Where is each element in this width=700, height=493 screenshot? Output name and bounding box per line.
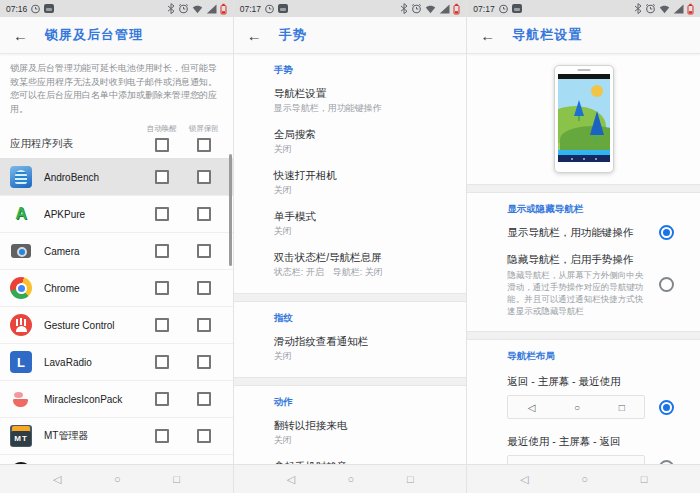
mt-manager-app-icon — [10, 425, 32, 447]
auto-wake-checkbox[interactable] — [155, 355, 169, 369]
item-title: 单手模式 — [274, 209, 455, 224]
option-title: 显示导航栏，用功能键操作 — [507, 225, 649, 240]
auto-wake-select-all-checkbox[interactable] — [155, 138, 169, 152]
section-show-hide-navbar: 显示或隐藏导航栏 显示导航栏，用功能键操作 隐藏导航栏，启用手势操作 隐藏导航栏… — [467, 203, 700, 323]
section-motion: 动作 翻转以拒接来电 关闭 拿起手机时静音 关闭 — [234, 396, 467, 464]
phone-illustration — [554, 65, 614, 173]
nav-home-icon[interactable]: ○ — [581, 474, 588, 485]
auto-wake-checkbox[interactable] — [155, 318, 169, 332]
auto-wake-checkbox[interactable] — [155, 392, 169, 406]
phone-navbar-illustration — [558, 153, 610, 162]
panel-lock-background: 07:16 ← 锁屏及后台管理 锁屏及后台管理功能可延长电池使用时长，但可能导致… — [0, 0, 233, 493]
app-name: Chrome — [44, 283, 141, 294]
scrollbar[interactable] — [229, 154, 232, 266]
lock-keep-checkbox[interactable] — [197, 281, 211, 295]
app-row-mt-manager[interactable]: MT管理器 — [0, 418, 233, 455]
app-bar: ← 手势 — [234, 17, 467, 54]
sun-illustration — [591, 85, 603, 97]
lock-keep-checkbox[interactable] — [197, 170, 211, 184]
section-divider — [467, 331, 700, 340]
item-subtitle: 关闭 — [274, 184, 455, 197]
lock-keep-select-all-checkbox[interactable] — [197, 138, 211, 152]
setting-item-navbar-settings[interactable]: 导航栏设置 显示导航栏，用功能键操作 — [274, 80, 455, 121]
section-divider — [234, 293, 467, 302]
app-row-gesture-control[interactable]: Gesture Control — [0, 307, 233, 344]
item-subtitle: 关闭 — [274, 434, 455, 447]
app-row-miraclesiconpack[interactable]: MiraclesIconPack — [0, 381, 233, 418]
app-name: Gesture Control — [44, 320, 141, 331]
setting-item-global-search[interactable]: 全局搜索 关闭 — [274, 121, 455, 162]
nav-back-icon[interactable]: ◁ — [520, 474, 528, 485]
nav-recents-icon[interactable]: □ — [173, 474, 180, 485]
system-nav-bar: ◁ ○ □ — [467, 464, 700, 493]
app-name: MiraclesIconPack — [44, 394, 141, 405]
section-header: 指纹 — [274, 312, 455, 325]
bluetooth-icon — [634, 3, 642, 14]
lock-keep-checkbox[interactable] — [197, 207, 211, 221]
lock-keep-checkbox[interactable] — [197, 392, 211, 406]
alarm-icon — [178, 3, 189, 14]
alarm-icon — [645, 3, 656, 14]
back-arrow-icon[interactable]: ← — [247, 28, 262, 43]
bluetooth-icon — [167, 3, 175, 14]
battery-low-icon — [220, 3, 227, 15]
setting-item-pickup-mute[interactable]: 拿起手机时静音 关闭 — [274, 453, 455, 464]
auto-wake-checkbox[interactable] — [155, 170, 169, 184]
auto-wake-checkbox[interactable] — [155, 281, 169, 295]
nav-back-icon[interactable]: ◁ — [286, 474, 294, 485]
radio-hide-navbar[interactable] — [659, 277, 674, 292]
radio-layout-a-selected[interactable] — [659, 400, 674, 415]
auto-wake-checkbox[interactable] — [155, 429, 169, 443]
column-lock-keep: 锁屏保留 — [183, 124, 225, 152]
option-show-navbar[interactable]: 显示导航栏，用功能键操作 — [507, 219, 688, 246]
nav-home-icon[interactable]: ○ — [114, 474, 121, 485]
app-row-chrome[interactable]: Chrome — [0, 270, 233, 307]
setting-item-fingerprint-swipe[interactable]: 滑动指纹查看通知栏 关闭 — [274, 328, 455, 369]
app-row-lavaradio[interactable]: LavaRadio — [0, 344, 233, 381]
app-bar: ← 锁屏及后台管理 — [0, 17, 233, 54]
back-arrow-icon[interactable]: ← — [480, 28, 495, 43]
setting-item-quick-camera[interactable]: 快速打开相机 关闭 — [274, 162, 455, 203]
auto-wake-checkbox[interactable] — [155, 207, 169, 221]
lock-keep-checkbox[interactable] — [197, 355, 211, 369]
nomo-app-icon — [10, 462, 32, 464]
section-divider — [234, 377, 467, 386]
battery-low-icon — [453, 3, 460, 15]
wifi-icon — [659, 4, 670, 14]
system-nav-bar: ◁ ○ □ — [0, 464, 233, 493]
wifi-icon — [425, 4, 436, 14]
section-header: 导航栏布局 — [507, 350, 688, 363]
setting-item-double-tap-sleep[interactable]: 双击状态栏/导航栏息屏 状态栏: 开启 导航栏: 关闭 — [274, 244, 455, 285]
layout-option-back-home-recents[interactable]: ◁ ○ □ — [507, 391, 688, 423]
lock-keep-checkbox[interactable] — [197, 429, 211, 443]
lock-keep-checkbox[interactable] — [197, 318, 211, 332]
nav-recents-icon[interactable]: □ — [641, 474, 648, 485]
app-row-nomo[interactable]: NOMO — [0, 455, 233, 464]
screenshot-notification-icon — [278, 4, 288, 13]
section-gestures: 手势 导航栏设置 显示导航栏，用功能键操作 全局搜索 关闭 快速打开相机 关闭 … — [234, 64, 467, 285]
status-time: 07:16 — [6, 4, 27, 14]
radio-show-navbar-selected[interactable] — [659, 225, 674, 240]
app-row-camera[interactable]: Camera — [0, 233, 233, 270]
status-bar: 07:17 — [467, 0, 700, 17]
alarm-notification-icon — [30, 3, 41, 14]
camera-app-icon — [10, 240, 32, 262]
item-title: 快速打开相机 — [274, 168, 455, 183]
setting-item-flip-reject-call[interactable]: 翻转以拒接来电 关闭 — [274, 412, 455, 453]
auto-wake-checkbox[interactable] — [155, 244, 169, 258]
tree-illustration — [574, 100, 584, 116]
nav-recents-icon[interactable]: □ — [407, 474, 414, 485]
nav-home-icon[interactable]: ○ — [348, 474, 355, 485]
layout-option-recents-home-back[interactable]: □ ○ ◁ — [507, 451, 688, 464]
bluetooth-icon — [400, 3, 408, 14]
app-row-apkpure[interactable]: APKPure — [0, 196, 233, 233]
app-row-androbench[interactable]: AndroBench — [0, 159, 233, 196]
back-arrow-icon[interactable]: ← — [13, 28, 28, 43]
nav-back-icon[interactable]: ◁ — [53, 474, 61, 485]
lock-keep-checkbox[interactable] — [197, 244, 211, 258]
option-hide-navbar[interactable]: 隐藏导航栏，启用手势操作 隐藏导航栏，从屏幕下方外侧向中央滑动，通过手势操作对应… — [507, 246, 688, 323]
setting-item-one-hand-mode[interactable]: 单手模式 关闭 — [274, 203, 455, 244]
radio-layout-b[interactable] — [659, 460, 674, 465]
item-title: 导航栏设置 — [274, 86, 455, 101]
app-bar: ← 导航栏设置 — [467, 17, 700, 54]
